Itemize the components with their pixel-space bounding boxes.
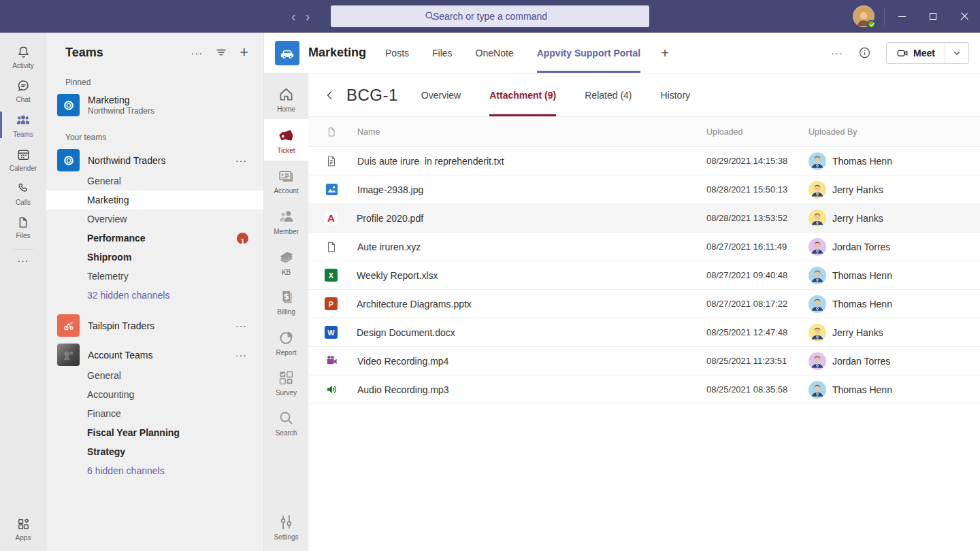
- app-rail: Activity Chat Teams Calender: [0, 33, 46, 551]
- attachment-row[interactable]: Aute iruren.xyz 08/27/2021 16:11:49 Jord…: [308, 233, 980, 261]
- channel-header: Marketing Posts Files OneNote Appvity Su…: [264, 33, 980, 73]
- channel-fiscal-year-planning[interactable]: Fiscal Year Planning: [46, 423, 263, 442]
- tab-onenote[interactable]: OneNote: [476, 33, 514, 73]
- portal-item-billing[interactable]: $ Billing: [264, 282, 308, 322]
- team-more-button[interactable]: ···: [235, 155, 247, 166]
- channel-telemetry[interactable]: Telemetry: [46, 267, 263, 286]
- hidden-channels-link[interactable]: 32 hidden channels: [46, 286, 263, 305]
- channel-performance[interactable]: Performance 1: [46, 229, 263, 248]
- uploader-name: Thomas Henn: [832, 156, 892, 167]
- uploader-avatar: [808, 352, 826, 370]
- nav-forward-icon[interactable]: ›: [306, 10, 310, 23]
- portal-item-account[interactable]: Account: [264, 161, 308, 201]
- column-header-uploaded-by[interactable]: Uploaded By: [808, 127, 980, 137]
- column-header-uploaded[interactable]: Uploaded: [706, 127, 808, 137]
- file-icon-generic: [325, 241, 338, 253]
- portal-item-kb[interactable]: KB: [264, 241, 308, 282]
- your-teams-header: Your teams: [46, 133, 263, 142]
- file-type-column-icon: [325, 127, 338, 137]
- rail-item-apps[interactable]: Apps: [0, 512, 46, 546]
- attachment-row[interactable]: X Weekly Report.xlsx 08/27/2021 09:40:48…: [308, 261, 980, 290]
- chat-icon: [16, 78, 31, 94]
- account-card-icon: [278, 167, 295, 184]
- window-close-button[interactable]: [949, 0, 980, 33]
- attachment-row[interactable]: W Design Document.docx 08/25/2021 12:47:…: [308, 318, 980, 347]
- marketing-app-icon: [275, 41, 299, 65]
- meet-button[interactable]: Meet: [887, 43, 945, 63]
- file-icon-mp4: [325, 354, 338, 367]
- rail-item-activity[interactable]: Activity: [0, 39, 46, 73]
- sidebar-filter-button[interactable]: [215, 46, 227, 59]
- meet-dropdown-button[interactable]: [945, 43, 968, 63]
- channel-general[interactable]: General: [46, 366, 263, 385]
- rail-item-chat[interactable]: Chat: [0, 73, 46, 107]
- portal-rail: Home Ticket Account: [264, 73, 308, 551]
- knowledge-base-icon: [278, 248, 295, 266]
- portal-item-search[interactable]: Search: [264, 403, 308, 443]
- channel-more-button[interactable]: ···: [831, 47, 843, 59]
- user-avatar[interactable]: [853, 5, 875, 27]
- attachment-row[interactable]: Image-2938.jpg 08/28/2021 15:50:13 Jerry…: [308, 176, 980, 204]
- team-tailspin-traders[interactable]: Tailspin Traders ···: [46, 314, 263, 337]
- portal-item-member[interactable]: Member: [264, 201, 308, 241]
- channel-overview[interactable]: Overview: [46, 210, 263, 229]
- hidden-channels-link[interactable]: 6 hidden channels: [46, 461, 263, 480]
- sidebar-title: Teams: [65, 46, 178, 60]
- portal-item-settings[interactable]: Settings: [264, 507, 308, 547]
- report-pie-icon: [278, 329, 295, 346]
- channel-marketing-selected[interactable]: Marketing: [46, 190, 263, 210]
- rail-more-button[interactable]: ···: [18, 251, 29, 270]
- ticket-tab-attachment[interactable]: Attachment (9): [489, 73, 556, 116]
- ticket-icon: [277, 126, 295, 144]
- account-teams-logo: [57, 344, 80, 366]
- tab-posts[interactable]: Posts: [385, 33, 409, 73]
- search-input[interactable]: [331, 5, 649, 27]
- portal-item-survey[interactable]: Survey: [264, 363, 308, 403]
- team-more-button[interactable]: ···: [235, 320, 247, 331]
- teams-icon: [15, 112, 31, 129]
- tab-appvity-support-portal[interactable]: Appvity Support Portal: [537, 33, 640, 73]
- ticket-tab-related[interactable]: Related (4): [585, 73, 632, 116]
- portal-item-ticket[interactable]: Ticket: [264, 119, 308, 161]
- rail-item-teams[interactable]: Teams: [0, 107, 46, 142]
- window-maximize-button[interactable]: [917, 0, 949, 33]
- uploader-avatar: [808, 324, 826, 341]
- sidebar-add-team-button[interactable]: +: [240, 44, 248, 61]
- rail-item-calls[interactable]: Calls: [0, 176, 46, 210]
- northwind-traders-logo: [57, 94, 80, 116]
- add-tab-button[interactable]: +: [661, 45, 669, 61]
- attachment-row[interactable]: Video Recording.mp4 08/25/2021 11:23:51 …: [308, 347, 980, 375]
- ticket-tab-history[interactable]: History: [661, 73, 691, 116]
- pinned-channel-marketing[interactable]: Marketing Northwind Traders: [46, 94, 263, 116]
- file-icon-txt: [325, 155, 338, 167]
- uploader-avatar: [808, 152, 826, 170]
- home-icon: [278, 86, 295, 103]
- team-account-teams[interactable]: Account Teams ···: [46, 344, 263, 366]
- attachment-row[interactable]: P Architecture Diagrams.pptx 08/27/2021 …: [308, 290, 980, 318]
- team-northwind-traders[interactable]: Northwind Traders ···: [46, 149, 263, 171]
- window-minimize-button[interactable]: [886, 0, 917, 33]
- channel-general[interactable]: General: [46, 171, 263, 190]
- attachment-row[interactable]: Duis aute irure in reprehenderit.txt 08/…: [308, 147, 980, 176]
- ticket-header: BCG-1 Overview Attachment (9) Related (4…: [308, 73, 980, 117]
- channel-strategy[interactable]: Strategy: [46, 442, 263, 461]
- team-more-button[interactable]: ···: [235, 350, 247, 361]
- attachment-row[interactable]: Audio Recording.mp3 08/25/2021 08:35:58 …: [308, 375, 980, 404]
- tab-files[interactable]: Files: [432, 33, 453, 73]
- rail-item-files[interactable]: Files: [0, 210, 46, 244]
- portal-item-report[interactable]: Report: [264, 322, 308, 363]
- channel-accounting[interactable]: Accounting: [46, 385, 263, 404]
- sidebar-more-button[interactable]: ···: [191, 47, 203, 59]
- attachment-row-highlighted[interactable]: A Profile 2020.pdf 08/28/2021 13:53:52 J…: [308, 204, 980, 233]
- channel-finance[interactable]: Finance: [46, 404, 263, 423]
- channel-info-button[interactable]: [858, 46, 871, 59]
- teams-sidebar: Teams ··· + Pinned Marketing Northwind T…: [46, 33, 264, 551]
- file-icon-docx: W: [325, 326, 338, 339]
- portal-item-home[interactable]: Home: [264, 79, 308, 119]
- rail-item-calendar[interactable]: Calender: [0, 142, 46, 176]
- column-header-name[interactable]: Name: [357, 127, 706, 137]
- ticket-tab-overview[interactable]: Overview: [421, 73, 461, 116]
- channel-shiproom[interactable]: Shiproom: [46, 248, 263, 267]
- nav-back-icon[interactable]: ‹: [291, 10, 296, 23]
- back-button[interactable]: [319, 85, 340, 105]
